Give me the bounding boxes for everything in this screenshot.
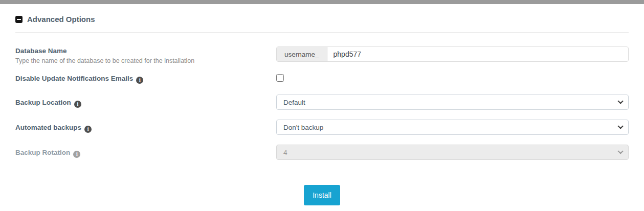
database-name-input-group: username_ <box>276 46 629 62</box>
panel-header: Advanced Options <box>15 15 629 24</box>
row-backup-rotation: Backup Rotationi 4 <box>15 145 629 160</box>
row-disable-update-emails: Disable Update Notifications Emailsi <box>15 73 629 84</box>
info-icon[interactable]: i <box>73 151 80 158</box>
disable-update-emails-field-cell <box>276 73 629 84</box>
info-icon[interactable]: i <box>84 126 92 133</box>
database-name-input[interactable] <box>327 47 628 61</box>
backup-location-label-cell: Backup Locationi <box>15 95 276 108</box>
info-icon[interactable]: i <box>136 77 143 84</box>
chevron-down-icon <box>617 148 623 154</box>
backup-location-label: Backup Location <box>15 99 71 106</box>
form-rows: Database Name Type the name of the datab… <box>15 33 629 160</box>
chevron-down-icon <box>617 98 623 104</box>
collapse-minus-icon[interactable] <box>15 16 23 23</box>
automated-backups-selected-value: Don't backup <box>283 124 323 131</box>
automated-backups-label: Automated backups <box>15 124 81 131</box>
disable-update-emails-checkbox[interactable] <box>276 74 284 82</box>
backup-rotation-label-cell: Backup Rotationi <box>15 145 276 158</box>
top-divider-bar <box>0 0 644 4</box>
row-backup-location: Backup Locationi Default <box>15 95 629 110</box>
disable-update-emails-label-cell: Disable Update Notifications Emailsi <box>15 74 276 84</box>
database-name-label-cell: Database Name Type the name of the datab… <box>15 46 276 64</box>
chevron-down-icon <box>617 123 623 129</box>
row-database-name: Database Name Type the name of the datab… <box>15 46 629 64</box>
button-row: Install <box>15 185 629 205</box>
install-button[interactable]: Install <box>304 185 340 205</box>
backup-location-select[interactable]: Default <box>276 95 629 110</box>
backup-rotation-select: 4 <box>276 145 629 160</box>
advanced-options-panel: Advanced Options Database Name Type the … <box>0 15 644 205</box>
info-icon[interactable]: i <box>74 101 81 108</box>
backup-location-selected-value: Default <box>283 99 305 106</box>
automated-backups-label-cell: Automated backupsi <box>15 120 276 133</box>
backup-rotation-selected-value: 4 <box>283 149 287 156</box>
database-name-help-text: Type the name of the database to be crea… <box>15 57 276 64</box>
database-name-prefix: username_ <box>277 47 327 61</box>
disable-update-emails-label: Disable Update Notifications Emails <box>15 75 133 82</box>
database-name-label: Database Name <box>15 47 276 55</box>
automated-backups-select[interactable]: Don't backup <box>276 120 629 135</box>
panel-title: Advanced Options <box>27 15 95 24</box>
backup-rotation-label: Backup Rotation <box>15 149 70 156</box>
row-automated-backups: Automated backupsi Don't backup <box>15 120 629 135</box>
